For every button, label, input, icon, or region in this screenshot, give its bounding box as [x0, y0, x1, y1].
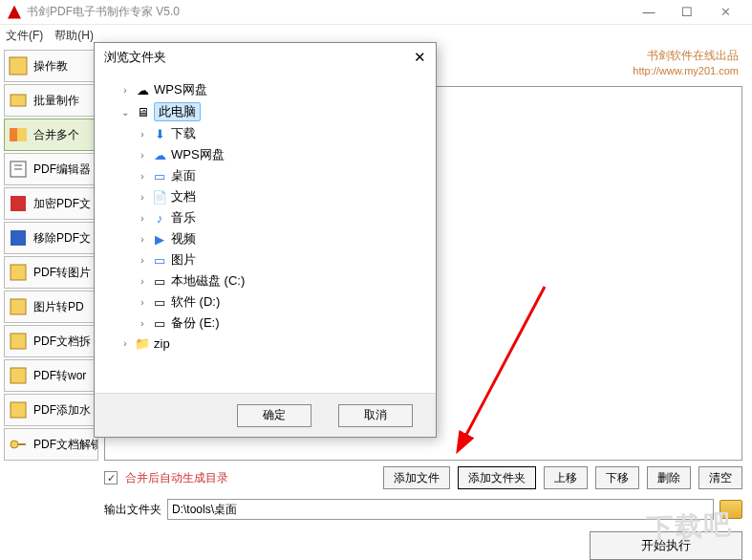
tree-node-pictures[interactable]: ›▭图片	[137, 249, 428, 270]
svg-point-12	[11, 441, 18, 448]
drive-icon: ▭	[152, 315, 167, 331]
lock-icon	[7, 192, 30, 215]
sidebar-item-img2pdf[interactable]: 图片转PD	[4, 291, 98, 323]
sidebar-item-split[interactable]: PDF文档拆	[4, 325, 98, 357]
clear-button[interactable]: 清空	[698, 466, 742, 489]
sidebar-item-label: PDF文档拆	[33, 334, 91, 350]
browse-output-button[interactable]	[720, 500, 742, 519]
tree-node-downloads[interactable]: ›⬇下载	[137, 123, 428, 144]
drive-icon: ▭	[152, 273, 167, 289]
move-down-button[interactable]: 下移	[595, 466, 639, 489]
auto-toc-checkbox[interactable]	[104, 471, 118, 485]
tree-node-videos[interactable]: ›▶视频	[137, 228, 428, 249]
tree-node-ddrive[interactable]: ›▭软件 (D:)	[137, 291, 428, 312]
svg-rect-1	[11, 95, 26, 106]
minimize-button[interactable]: —	[630, 0, 668, 25]
split-icon	[7, 330, 30, 353]
window-title: 书剑PDF电子书制作专家 V5.0	[27, 4, 630, 20]
svg-rect-0	[10, 57, 27, 75]
dialog-cancel-button[interactable]: 取消	[338, 404, 413, 427]
app-logo-icon	[8, 6, 21, 19]
svg-rect-3	[17, 128, 27, 141]
editor-icon	[7, 158, 30, 181]
word-icon	[7, 364, 30, 387]
tree-node-documents[interactable]: ›📄文档	[137, 186, 428, 207]
sidebar-item-encrypt[interactable]: 加密PDF文	[4, 187, 98, 220]
sidebar-item-label: PDF转wor	[33, 368, 86, 384]
folder-icon: 📁	[135, 335, 150, 351]
sidebar-item-label: PDF文档解锁	[33, 437, 98, 453]
sidebar-item-label: 加密PDF文	[33, 196, 91, 212]
tree-node-zip[interactable]: ›📁zip	[119, 334, 428, 353]
svg-rect-11	[11, 402, 26, 418]
download-icon: ⬇	[152, 126, 167, 141]
tree-node-wps[interactable]: ›☁WPS网盘	[119, 79, 428, 100]
watermark-icon	[7, 398, 30, 421]
dialog-close-icon[interactable]: ✕	[414, 49, 426, 66]
svg-rect-5	[11, 196, 26, 211]
maximize-button[interactable]: ☐	[668, 0, 706, 25]
key-icon	[7, 433, 30, 456]
sidebar-item-tutorial[interactable]: 操作教	[4, 50, 98, 82]
brand-link[interactable]: http://www.my201.com	[633, 65, 739, 76]
image2-icon	[7, 295, 30, 318]
sidebar-item-label: PDF添加水	[33, 402, 91, 419]
brand-text: 书剑软件在线出品	[633, 48, 739, 64]
cloud-icon: ☁	[152, 147, 167, 162]
tree-node-desktop[interactable]: ›▭桌面	[137, 165, 428, 186]
svg-rect-8	[11, 299, 26, 314]
browse-folder-dialog: 浏览文件夹 ✕ ›☁WPS网盘 ⌄🖥此电脑 ›⬇下载 ›☁WPS网盘 ›▭桌面 …	[94, 42, 437, 438]
dialog-ok-button[interactable]: 确定	[237, 404, 312, 427]
remove-icon	[7, 226, 30, 249]
add-file-button[interactable]: 添加文件	[383, 466, 450, 489]
sidebar-item-watermark[interactable]: PDF添加水	[4, 394, 98, 426]
svg-rect-6	[11, 230, 26, 246]
sidebar-item-merge[interactable]: 合并多个	[4, 118, 98, 151]
desktop-icon: ▭	[152, 168, 167, 183]
document-icon: 📄	[152, 189, 167, 205]
start-button[interactable]: 开始执行	[590, 531, 742, 560]
tree-node-cdrive[interactable]: ›▭本地磁盘 (C:)	[137, 270, 428, 291]
delete-button[interactable]: 删除	[647, 466, 691, 489]
sidebar-item-remove[interactable]: 移除PDF文	[4, 222, 98, 254]
tree-node-pc[interactable]: ⌄🖥此电脑	[119, 100, 428, 123]
video-icon: ▶	[152, 231, 167, 247]
image-icon	[7, 261, 30, 284]
dialog-title: 浏览文件夹	[104, 49, 166, 66]
tree-node-wps2[interactable]: ›☁WPS网盘	[137, 144, 428, 165]
sidebar: 操作教 批量制作 合并多个 PDF编辑器 加密PDF文 移除PDF文 PDF转图…	[0, 46, 98, 560]
music-icon: ♪	[152, 210, 167, 226]
book-icon	[7, 54, 30, 77]
output-path-input[interactable]	[167, 499, 714, 520]
sidebar-item-label: 移除PDF文	[33, 230, 91, 247]
brand-block: 书剑软件在线出品 http://www.my201.com	[633, 48, 739, 77]
sidebar-item-unlock[interactable]: PDF文档解锁	[4, 428, 98, 461]
sidebar-item-pdf2img[interactable]: PDF转图片	[4, 256, 98, 289]
add-folder-button[interactable]: 添加文件夹	[458, 466, 536, 489]
sidebar-item-editor[interactable]: PDF编辑器	[4, 153, 98, 185]
svg-rect-9	[11, 334, 26, 349]
merge-icon	[7, 123, 30, 146]
sidebar-item-batch[interactable]: 批量制作	[4, 84, 98, 117]
svg-rect-10	[11, 368, 26, 383]
drive-icon: ▭	[152, 294, 167, 310]
move-up-button[interactable]: 上移	[544, 466, 588, 489]
tree-node-music[interactable]: ›♪音乐	[137, 207, 428, 228]
pc-icon: 🖥	[135, 104, 150, 119]
sidebar-item-pdf2word[interactable]: PDF转wor	[4, 359, 98, 392]
folder-tree[interactable]: ›☁WPS网盘 ⌄🖥此电脑 ›⬇下载 ›☁WPS网盘 ›▭桌面 ›📄文档 ›♪音…	[95, 72, 436, 393]
auto-toc-label: 合并后自动生成目录	[125, 470, 228, 486]
cloud-icon: ☁	[135, 82, 150, 97]
close-button[interactable]: ✕	[706, 0, 744, 25]
tree-node-edrive[interactable]: ›▭备份 (E:)	[137, 312, 428, 334]
svg-rect-7	[11, 265, 26, 280]
sidebar-item-label: 合并多个	[33, 127, 79, 143]
menu-file[interactable]: 文件(F)	[6, 28, 43, 44]
titlebar: 书剑PDF电子书制作专家 V5.0 — ☐ ✕	[0, 0, 752, 25]
menu-help[interactable]: 帮助(H)	[54, 28, 94, 44]
sidebar-item-label: 操作教	[33, 58, 68, 75]
picture-icon: ▭	[152, 252, 167, 268]
svg-rect-13	[18, 443, 26, 445]
sidebar-item-label: 图片转PD	[33, 299, 84, 315]
sidebar-item-label: 批量制作	[33, 93, 79, 109]
